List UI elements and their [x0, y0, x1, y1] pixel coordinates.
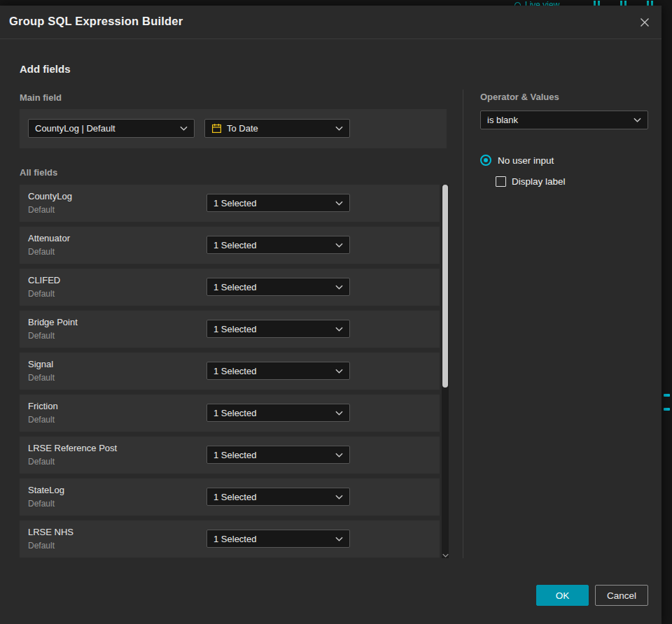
all-fields-list: CountyLog Default 1 Selected Attenuator …	[20, 185, 449, 558]
field-row: Friction Default 1 Selected	[20, 395, 440, 432]
chevron-down-icon	[335, 201, 343, 206]
field-subtitle: Default	[28, 247, 55, 257]
dialog-title: Group SQL Expression Builder	[9, 15, 183, 28]
field-selected-dropdown[interactable]: 1 Selected	[206, 404, 350, 422]
operator-dropdown-value: is blank	[487, 115, 518, 125]
date-type-dropdown[interactable]: To Date	[204, 119, 350, 138]
display-label-option[interactable]: Display label	[496, 176, 566, 187]
field-name: Signal	[28, 359, 53, 369]
chevron-down-icon	[335, 327, 343, 332]
calendar-icon	[211, 123, 222, 134]
field-name: Attenuator	[28, 233, 70, 243]
chevron-down-icon	[335, 411, 343, 416]
topbar-columns-icon[interactable]	[620, 1, 626, 6]
ok-button[interactable]: OK	[536, 585, 589, 606]
scrollbar[interactable]	[442, 185, 449, 558]
field-subtitle: Default	[28, 457, 55, 467]
add-fields-heading: Add fields	[20, 63, 71, 75]
operator-values-label: Operator & Values	[480, 92, 559, 102]
app-topbar: Live view	[0, 0, 672, 6]
date-type-dropdown-value: To Date	[227, 123, 258, 134]
field-name: Friction	[28, 401, 58, 411]
field-row: Signal Default 1 Selected	[20, 353, 440, 390]
close-icon[interactable]	[637, 15, 652, 30]
field-selected-value: 1 Selected	[214, 366, 256, 376]
field-selected-dropdown[interactable]: 1 Selected	[206, 194, 350, 212]
field-subtitle: Default	[28, 541, 55, 551]
group-sql-expression-builder-dialog: Group SQL Expression Builder Add fields …	[0, 6, 662, 624]
display-label-text: Display label	[512, 176, 566, 187]
field-row: StateLog Default 1 Selected	[20, 478, 440, 516]
scrollbar-thumb[interactable]	[442, 185, 448, 388]
chevron-down-icon	[335, 537, 343, 541]
field-subtitle: Default	[28, 205, 55, 215]
chevron-down-icon	[335, 369, 343, 374]
scroll-down-icon[interactable]	[442, 553, 449, 558]
field-selected-dropdown[interactable]: 1 Selected	[206, 446, 350, 464]
field-subtitle: Default	[28, 499, 55, 509]
main-field-dropdown[interactable]: CountyLog | Default	[28, 119, 195, 138]
field-name: LRSE Reference Post	[28, 443, 117, 453]
live-view-label: Live view	[525, 0, 559, 6]
live-view-button[interactable]: Live view	[514, 0, 559, 6]
screen: Live view Group SQL Expression Builder A…	[0, 0, 672, 624]
field-name: LRSE NHS	[28, 527, 74, 537]
field-subtitle: Default	[28, 373, 55, 383]
column-divider	[463, 90, 463, 558]
chevron-down-icon	[180, 126, 188, 131]
field-selected-value: 1 Selected	[214, 324, 256, 334]
main-field-box: CountyLog | Default To Date	[20, 109, 447, 148]
field-name: StateLog	[28, 485, 64, 495]
field-selected-value: 1 Selected	[214, 240, 256, 250]
field-subtitle: Default	[28, 289, 55, 299]
field-selected-value: 1 Selected	[214, 534, 256, 544]
operator-dropdown[interactable]: is blank	[480, 111, 648, 129]
dialog-header: Group SQL Expression Builder	[0, 6, 662, 39]
app-right-edge	[662, 6, 672, 624]
field-name: CLIFED	[28, 275, 60, 285]
chevron-down-icon	[335, 453, 343, 458]
field-row: CLIFED Default 1 Selected	[20, 269, 440, 306]
field-row: LRSE NHS Default 1 Selected	[20, 520, 440, 558]
field-selected-value: 1 Selected	[214, 282, 256, 292]
field-selected-value: 1 Selected	[214, 198, 256, 208]
field-selected-dropdown[interactable]: 1 Selected	[206, 362, 350, 380]
field-selected-value: 1 Selected	[214, 492, 256, 502]
field-selected-dropdown[interactable]: 1 Selected	[206, 278, 350, 296]
no-user-input-option[interactable]: No user input	[480, 155, 554, 166]
topbar-layout-icon[interactable]	[647, 1, 653, 6]
field-selected-dropdown[interactable]: 1 Selected	[206, 320, 350, 338]
field-selected-value: 1 Selected	[214, 450, 256, 460]
main-field-dropdown-value: CountyLog | Default	[35, 123, 115, 134]
field-row: LRSE Reference Post Default 1 Selected	[20, 437, 440, 474]
field-selected-dropdown[interactable]: 1 Selected	[206, 530, 350, 548]
field-row: Attenuator Default 1 Selected	[20, 227, 440, 264]
chevron-down-icon	[634, 118, 641, 122]
display-label-checkbox[interactable]	[496, 176, 506, 187]
field-selected-dropdown[interactable]: 1 Selected	[206, 488, 350, 506]
field-name: Bridge Point	[28, 317, 78, 327]
app-edge-icon	[664, 408, 670, 411]
chevron-down-icon	[335, 126, 343, 131]
topbar-panels-icon[interactable]	[594, 1, 600, 6]
field-row: CountyLog Default 1 Selected	[20, 185, 440, 222]
main-field-label: Main field	[20, 92, 62, 103]
radio-selected-icon[interactable]	[480, 155, 491, 166]
no-user-input-label: No user input	[498, 155, 554, 166]
chevron-down-icon	[335, 243, 343, 248]
cancel-button[interactable]: Cancel	[595, 585, 648, 606]
field-name: CountyLog	[28, 191, 72, 201]
field-subtitle: Default	[28, 331, 55, 341]
field-row: Bridge Point Default 1 Selected	[20, 311, 440, 348]
app-edge-icon	[664, 394, 670, 397]
field-selected-dropdown[interactable]: 1 Selected	[206, 236, 350, 254]
field-selected-value: 1 Selected	[214, 408, 256, 418]
field-subtitle: Default	[28, 415, 55, 425]
all-fields-label: All fields	[20, 167, 57, 178]
chevron-down-icon	[335, 495, 343, 499]
chevron-down-icon	[335, 285, 343, 290]
